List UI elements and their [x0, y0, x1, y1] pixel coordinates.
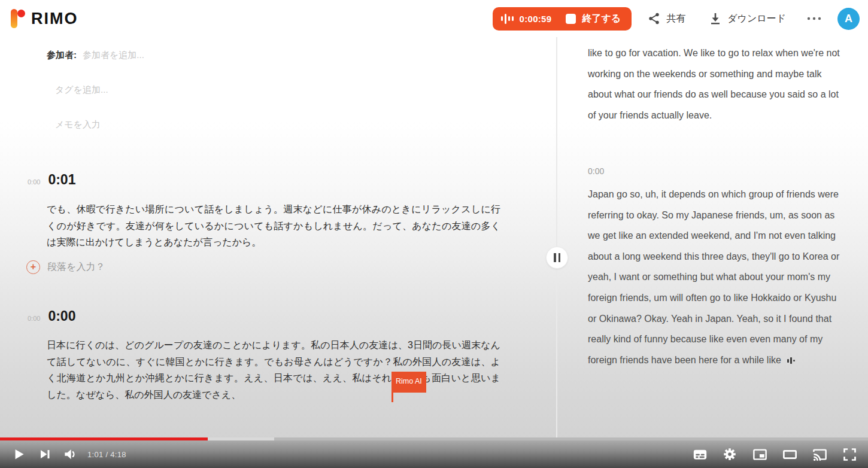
next-button[interactable]: [36, 445, 54, 463]
segment-timestamp-row: 0:00 0:00: [28, 308, 75, 324]
avatar-letter: A: [845, 13, 852, 25]
rimo-logo-text: RIMO: [31, 10, 78, 28]
rimo-logo-icon: [10, 8, 25, 29]
miniplayer-button[interactable]: [751, 445, 769, 463]
download-button[interactable]: ダウンロード: [708, 11, 786, 26]
more-menu-button[interactable]: [806, 16, 822, 22]
english-paragraph-wrapper: Japan go so, uh, it depends on which gro…: [588, 184, 846, 370]
panel-divider-line: [556, 37, 557, 441]
segment-timestamp-row: 0:00 0:01: [28, 172, 75, 188]
end-recording-button[interactable]: 0:00:59 終了する: [493, 7, 632, 31]
participants-row: 参加者: 参加者を追加...: [47, 50, 144, 61]
play-icon: [11, 446, 26, 462]
japanese-paragraph-wrapper: 日本に行くのは、どのグループの友達のことかによります。私の日本人の友達は、3日間…: [47, 337, 500, 403]
recording-timer: 0:00:59: [520, 14, 552, 24]
segment-time-button[interactable]: 0:00: [48, 308, 75, 324]
theater-icon: [782, 446, 798, 463]
end-recording-label: 終了する: [582, 13, 621, 25]
stop-icon: [566, 14, 576, 24]
tags-row: タグを追加...: [55, 84, 108, 96]
download-label: ダウンロード: [727, 13, 786, 25]
rimo-ai-cursor-caret: [391, 385, 393, 402]
header-actions: 0:00:59 終了する 共有 ダウンロード: [493, 7, 860, 31]
settings-button[interactable]: [721, 445, 739, 463]
share-icon: [647, 11, 661, 26]
volume-icon: [62, 446, 78, 462]
captions-icon: [692, 446, 708, 463]
memo-row: メモを入力: [55, 119, 101, 130]
user-avatar[interactable]: A: [837, 8, 860, 30]
japanese-paragraph[interactable]: でも、休暇で行きたい場所について話をしましょう。週末などに仕事が休みのときにリラ…: [47, 201, 500, 251]
theater-mode-button[interactable]: [781, 445, 799, 463]
more-icon: [806, 16, 822, 22]
miniplayer-icon: [752, 446, 768, 463]
cast-icon: [812, 446, 828, 463]
participants-label: 参加者:: [47, 50, 77, 61]
recording-waveform-icon: [501, 14, 514, 24]
add-paragraph-button[interactable]: + 段落を入力？: [26, 260, 105, 274]
video-controls-bar: 1:01 / 4:18: [0, 440, 868, 468]
pause-bars-icon: [554, 253, 556, 262]
rimo-logo[interactable]: RIMO: [10, 8, 78, 29]
plus-icon: +: [26, 260, 40, 274]
audio-playing-icon: [787, 357, 795, 364]
rimo-app-video-frame: RIMO 0:00:59 終了する 共有: [0, 0, 868, 468]
memo-input[interactable]: メモを入力: [55, 119, 101, 130]
player-right-controls: [691, 445, 858, 463]
english-paragraph[interactable]: Japan go so, uh, it depends on which gro…: [588, 189, 839, 365]
share-button[interactable]: 共有: [647, 11, 685, 26]
fullscreen-button[interactable]: [840, 445, 858, 463]
settings-icon: [722, 446, 738, 462]
download-icon: [708, 11, 723, 26]
tags-input[interactable]: タグを追加...: [55, 84, 108, 96]
rimo-ai-cursor-label: Rimo AI: [391, 372, 426, 393]
english-paragraph[interactable]: like to go for vacation. We like to go t…: [588, 43, 846, 126]
next-icon: [38, 447, 52, 461]
fullscreen-icon: [842, 446, 858, 463]
segment-time-small: 0:00: [28, 315, 40, 322]
play-button[interactable]: [10, 445, 28, 463]
english-segment-timestamp[interactable]: 0:00: [588, 166, 604, 176]
app-header: RIMO 0:00:59 終了する 共有: [0, 0, 868, 37]
cast-button[interactable]: [811, 445, 828, 463]
share-label: 共有: [666, 13, 685, 25]
captions-button[interactable]: [691, 445, 709, 463]
player-time-display: 1:01 / 4:18: [87, 450, 126, 459]
japanese-paragraph[interactable]: 日本に行くのは、どのグループの友達のことかによります。私の日本人の友達は、3日間…: [47, 340, 500, 400]
segment-time-button[interactable]: 0:01: [48, 172, 75, 188]
segment-time-small: 0:00: [28, 178, 40, 186]
participants-input[interactable]: 参加者を追加...: [83, 50, 144, 61]
volume-button[interactable]: [61, 445, 79, 463]
add-paragraph-label: 段落を入力？: [47, 261, 105, 273]
panel-divider-handle[interactable]: [546, 247, 568, 269]
